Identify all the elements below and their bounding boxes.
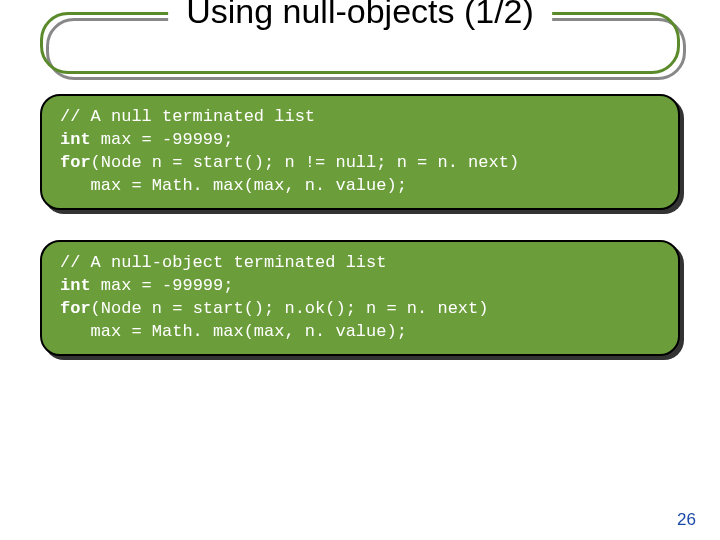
code-box-2: // A null-object terminated list int max… xyxy=(40,240,680,356)
keyword-int: int xyxy=(60,276,101,295)
code-line: max = -99999; xyxy=(101,130,234,149)
page-number: 26 xyxy=(677,510,696,530)
keyword-for: for xyxy=(60,153,91,172)
code-block-2: // A null-object terminated list int max… xyxy=(40,240,680,356)
code-line: // A null terminated list xyxy=(60,107,315,126)
code-line: max = Math. max(max, n. value); xyxy=(60,176,407,195)
code-line: // A null-object terminated list xyxy=(60,253,386,272)
keyword-int: int xyxy=(60,130,101,149)
slide-title: Using null-objects (1/2) xyxy=(168,0,552,31)
code-line: max = Math. max(max, n. value); xyxy=(60,322,407,341)
code-line: (Node n = start(); n.ok(); n = n. next) xyxy=(91,299,489,318)
code-line: max = -99999; xyxy=(101,276,234,295)
keyword-for: for xyxy=(60,299,91,318)
slide-title-frame: Using null-objects (1/2) xyxy=(40,12,680,74)
code-line: (Node n = start(); n != null; n = n. nex… xyxy=(91,153,519,172)
code-block-1: // A null terminated list int max = -999… xyxy=(40,94,680,210)
code-box-1: // A null terminated list int max = -999… xyxy=(40,94,680,210)
